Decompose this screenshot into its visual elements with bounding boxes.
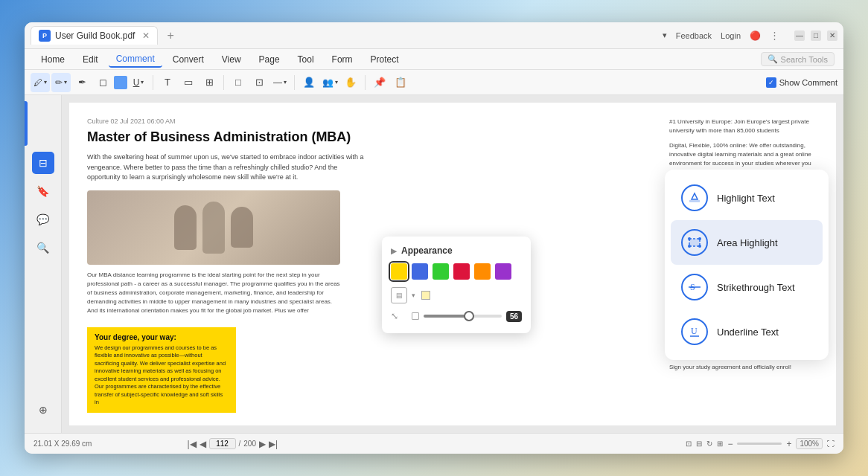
markup-arrow: ▾ [64, 79, 67, 86]
yellow-text: We design our programmes and courses to … [95, 344, 229, 407]
first-page-btn[interactable]: |◀ [187, 439, 196, 449]
person-tool-button[interactable]: 👤 [299, 73, 319, 92]
maximize-button[interactable]: □ [811, 30, 821, 41]
prev-page-btn[interactable]: ◀ [200, 439, 206, 449]
highlight-tool-dropdown[interactable]: 🖊 ▾ [31, 73, 50, 92]
menu-item-form[interactable]: Form [325, 52, 360, 67]
strikethrough-icon: S [681, 274, 708, 300]
note-tool-button[interactable]: 📋 [391, 73, 410, 92]
menu-item-tool[interactable]: Tool [290, 52, 322, 67]
zoom-in-btn[interactable]: + [786, 439, 791, 449]
menu-item-page[interactable]: Page [252, 52, 287, 67]
grid-view-btn[interactable]: ⊞ [717, 440, 723, 448]
svg-point-5 [698, 245, 701, 248]
menu-item-protect[interactable]: Protect [363, 52, 406, 67]
search-tools-placeholder: Search Tools [781, 55, 828, 64]
tool-item-highlight-text[interactable]: Highlight Text [671, 176, 823, 220]
more-menu-icon[interactable]: ⋮ [770, 30, 779, 41]
cloud-tool-button[interactable]: ⊡ [249, 73, 269, 92]
color-preview [421, 291, 430, 300]
appearance-triangle-icon: ▶ [391, 247, 397, 255]
tab-close-icon[interactable]: ✕ [142, 30, 150, 41]
show-comment-checkbox[interactable]: ✓ [766, 77, 776, 88]
zoom-out-btn[interactable]: − [727, 439, 733, 449]
fullscreen-btn[interactable]: ⛶ [827, 440, 835, 448]
markup-icon: ✏ [55, 77, 63, 88]
gesture-tool-button[interactable]: ✋ [341, 73, 360, 92]
line-tool-dropdown[interactable]: — ▾ [270, 73, 290, 92]
menu-item-comment[interactable]: Comment [109, 51, 162, 68]
sidebar-accent [25, 101, 28, 146]
tool-item-strikethrough[interactable]: S Strikethrough Text [671, 265, 823, 309]
fit-width-btn[interactable]: ⊟ [696, 440, 702, 448]
strikethrough-label: Strikethrough Text [717, 282, 795, 293]
opacity-slider[interactable] [424, 315, 502, 318]
new-tab-button[interactable]: + [162, 29, 178, 42]
menu-item-edit[interactable]: Edit [75, 52, 106, 67]
show-comment-area: ✓ Show Comment [766, 77, 837, 88]
search-tools-field[interactable]: 🔍 Search Tools [761, 52, 835, 66]
markup-tool-dropdown[interactable]: ✏ ▾ [51, 73, 71, 92]
sidebar-btn-comment[interactable]: 💬 [32, 208, 54, 231]
color-swatch-red[interactable] [453, 263, 470, 280]
login-button[interactable]: Login [721, 31, 741, 40]
shape-fill-button[interactable] [114, 76, 127, 89]
minimize-button[interactable]: — [794, 30, 805, 41]
fit-page-btn[interactable]: ⊡ [686, 440, 692, 448]
svg-text:U: U [691, 326, 698, 336]
color-swatch-blue[interactable] [412, 263, 428, 280]
stamp-tool-button[interactable]: ⊞ [200, 73, 219, 92]
people-tool-dropdown[interactable]: 👥 ▾ [320, 73, 339, 92]
line-icon: — [273, 77, 282, 88]
menu-item-home[interactable]: Home [33, 52, 72, 67]
pin-tool-button[interactable]: 📌 [370, 73, 389, 92]
bottom-bar: 21.01 X 29.69 cm |◀ ◀ 112 / 200 ▶ ▶| ⊡ ⊟… [25, 433, 843, 454]
underline-icon: U [133, 77, 140, 88]
color-swatch-yellow[interactable] [391, 263, 407, 280]
appearance-title: Appearance [401, 245, 453, 256]
opacity-icon: ▤ [391, 287, 407, 303]
opacity-dropdown-arrow[interactable]: ▾ [412, 292, 415, 299]
color-swatch-green[interactable] [433, 263, 449, 280]
pdf-content-area: Culture 02 Jul 2021 06:00 AM Master of B… [62, 95, 843, 433]
menu-item-view[interactable]: View [214, 52, 249, 67]
file-tab[interactable]: P User Guild Book.pdf ✕ [31, 26, 158, 45]
toolbar-sep-3 [294, 75, 295, 90]
eraser-tool-button[interactable]: ◻ [93, 73, 112, 92]
color-swatch-orange[interactable] [474, 263, 491, 280]
close-button[interactable]: ✕ [827, 30, 837, 41]
menu-bar: Home Edit Comment Convert View Page Tool… [25, 49, 843, 70]
feedback-dropdown[interactable]: ▾ [663, 30, 667, 40]
sidebar-btn-search[interactable]: 🔍 [32, 237, 54, 259]
bottom-right-controls: ⊡ ⊟ ↻ ⊞ − + 100% ⛶ [686, 438, 835, 449]
sidebar-btn-layers[interactable]: ⊕ [32, 399, 54, 421]
text-tool-button[interactable]: T [158, 73, 177, 92]
pdf-yellow-box: Your degree, your way: We design our pro… [87, 327, 236, 413]
resize-icon: ⤡ [391, 311, 398, 321]
search-tools-icon: 🔍 [768, 54, 778, 64]
tool-item-area-highlight[interactable]: Area Highlight [671, 220, 823, 265]
last-page-btn[interactable]: ▶| [269, 439, 278, 449]
sidebar-btn-bookmark[interactable]: 🔖 [32, 180, 54, 202]
account-icon[interactable]: 🔴 [750, 30, 761, 41]
next-page-btn[interactable]: ▶ [259, 439, 266, 449]
bottom-navigation: |◀ ◀ 112 / 200 ▶ ▶| [187, 438, 278, 449]
menu-item-convert[interactable]: Convert [165, 52, 211, 67]
page-number-input[interactable]: 112 [209, 438, 236, 449]
color-swatches-row [391, 263, 522, 280]
page-dimensions: 21.01 X 29.69 cm [33, 440, 92, 448]
shape2-tool-button[interactable]: □ [229, 73, 248, 92]
svg-point-3 [698, 237, 701, 240]
opacity-row: ▤ ▾ [391, 287, 522, 303]
underline-arrow: ▾ [141, 79, 144, 86]
person-silhouette-3 [231, 207, 253, 248]
pen-tool-button[interactable]: ✒ [72, 73, 92, 92]
underline-tool-dropdown[interactable]: U ▾ [129, 73, 148, 92]
zoom-slider[interactable] [737, 443, 782, 445]
tool-item-underline[interactable]: U Underline Text [671, 309, 823, 354]
color-swatch-purple[interactable] [495, 263, 511, 280]
callout-tool-button[interactable]: ▭ [179, 73, 198, 92]
opacity-thumb[interactable] [464, 311, 474, 321]
rotate-btn[interactable]: ↻ [706, 440, 712, 448]
sidebar-btn-panels[interactable]: ⊟ [32, 152, 54, 174]
